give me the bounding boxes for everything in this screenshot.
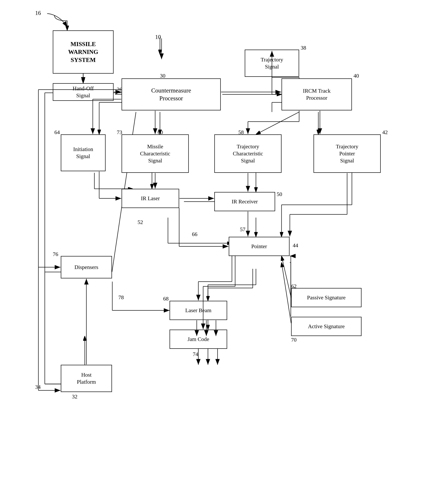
ref-32: 32 [72, 394, 78, 400]
handoff-signal-box: Hand-Off Signal [53, 83, 113, 101]
ref-60: 60 [158, 129, 163, 135]
ref-40: 40 [353, 73, 359, 79]
ref-38: 38 [301, 45, 306, 51]
ref-57: 57 [240, 226, 245, 233]
ref-50: 50 [277, 191, 282, 197]
host-platform-box: Host Platform [61, 365, 112, 392]
pointer-box: Pointer [229, 237, 289, 256]
ref-52: 52 [138, 219, 143, 225]
svg-line-6 [256, 112, 299, 134]
ref-64: 64 [54, 129, 60, 135]
missile-char-signal-box: Missile Characteristic Signal [122, 134, 189, 173]
ref-30: 30 [160, 73, 165, 79]
ref-68: 68 [163, 296, 169, 302]
ref-42: 42 [382, 129, 388, 135]
missile-warning-system-box: MISSILE WARNING SYSTEM [53, 31, 113, 74]
ircm-track-processor-box: IRCM Track Processor [282, 79, 352, 110]
ref-74: 74 [193, 351, 198, 357]
active-signature-box: Active Signature [291, 317, 362, 336]
ir-laser-box: IR Laser [122, 189, 179, 208]
ref-58: 58 [238, 129, 244, 135]
trajectory-pointer-signal-box: Trajectory Pointer Signal [314, 134, 381, 173]
initiation-signal-box: Initiation Signal [61, 134, 106, 171]
jam-code-box: Jam Code [170, 330, 227, 349]
ref-78: 78 [118, 294, 124, 300]
trajectory-signal-box: Trajectory Signal [245, 50, 299, 77]
trajectory-char-signal-box: Trajectory Characteristic Signal [214, 134, 282, 173]
ref-73: 73 [117, 129, 122, 135]
ref-16: 16 [35, 10, 41, 16]
countermeasure-processor-box: Countermeasure Processor [122, 79, 221, 110]
passive-signature-box: Passive Signature [291, 288, 362, 307]
ir-receiver-box: IR Receiver [214, 192, 275, 211]
ref-76: 76 [53, 251, 58, 257]
ref-44: 44 [293, 242, 298, 249]
ref-62: 62 [291, 283, 297, 289]
ref-66: 66 [192, 231, 197, 237]
ref-26: 26 [117, 86, 122, 93]
laser-beam-box: Laser Beam [170, 301, 227, 320]
ref-70: 70 [291, 337, 297, 343]
dispensers-box: Dispensers [61, 256, 112, 278]
svg-line-43 [282, 262, 291, 323]
ref-34: 34 [35, 384, 41, 390]
svg-line-42 [282, 256, 291, 298]
ref-10: 10 [155, 34, 161, 40]
